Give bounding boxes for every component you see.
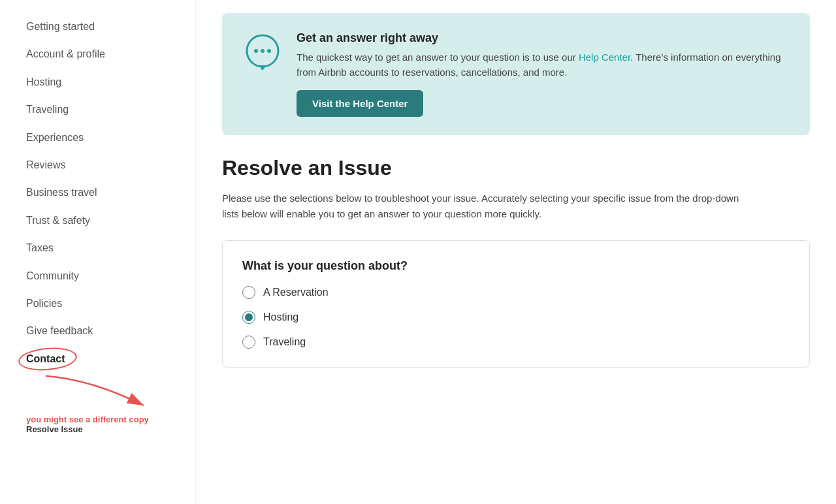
svg-point-3: [261, 49, 265, 53]
svg-point-4: [267, 49, 271, 53]
page-description: Please use the selections below to troub…: [222, 191, 758, 222]
radio-item-reservation[interactable]: A Reservation: [242, 286, 790, 299]
annotation-container: [20, 373, 195, 412]
sidebar-item-trust-safety[interactable]: Trust & safety: [26, 207, 195, 234]
banner-content: Get an answer right away The quickest wa…: [297, 31, 790, 117]
sidebar-item-taxes[interactable]: Taxes: [26, 234, 195, 262]
sidebar-item-contact[interactable]: Contact: [26, 345, 195, 373]
sidebar-item-community[interactable]: Community: [26, 262, 195, 290]
banner-body-before: The quickest way to get an answer to you…: [297, 52, 579, 63]
annotation-text: you might see a different copy: [26, 415, 195, 424]
chat-icon-wrap: [242, 31, 283, 73]
sidebar-item-give-feedback[interactable]: Give feedback: [26, 317, 195, 345]
annotation-sub: Resolve Issue: [26, 424, 195, 434]
radio-label-traveling: Traveling: [263, 336, 306, 348]
radio-input-traveling[interactable]: [242, 336, 255, 349]
sidebar-item-traveling[interactable]: Traveling: [26, 96, 195, 123]
main-content: Get an answer right away The quickest wa…: [196, 0, 836, 504]
sidebar-item-hosting[interactable]: Hosting: [26, 69, 195, 96]
sidebar-item-experiences[interactable]: Experiences: [26, 124, 195, 151]
page-title: Resolve an Issue: [222, 156, 810, 180]
chat-bubble-icon: [242, 31, 283, 73]
svg-point-2: [254, 49, 258, 53]
radio-input-reservation[interactable]: [242, 286, 255, 299]
sidebar-item-getting-started[interactable]: Getting started: [26, 13, 195, 40]
question-heading: What is your question about?: [242, 259, 790, 273]
radio-item-traveling[interactable]: Traveling: [242, 336, 790, 349]
sidebar-item-account-profile[interactable]: Account & profile: [26, 40, 195, 68]
sidebar-item-reviews[interactable]: Reviews: [26, 151, 195, 179]
question-card: What is your question about? A Reservati…: [222, 240, 810, 368]
radio-input-hosting[interactable]: [242, 311, 255, 324]
radio-label-hosting: Hosting: [263, 311, 298, 323]
banner-body: The quickest way to get an answer to you…: [297, 50, 790, 80]
info-banner: Get an answer right away The quickest wa…: [222, 13, 810, 135]
sidebar-item-business-travel[interactable]: Business travel: [26, 179, 195, 206]
help-center-link[interactable]: Help Center: [579, 52, 630, 63]
sidebar-item-policies[interactable]: Policies: [26, 290, 195, 317]
radio-item-hosting[interactable]: Hosting: [242, 311, 790, 324]
annotation-arrow: [39, 373, 170, 412]
radio-label-reservation: A Reservation: [263, 287, 329, 298]
visit-help-center-button[interactable]: Visit the Help Center: [297, 90, 423, 117]
radio-group: A ReservationHostingTraveling: [242, 286, 790, 349]
sidebar-nav: Getting startedAccount & profileHostingT…: [26, 13, 195, 373]
banner-title: Get an answer right away: [297, 31, 790, 45]
sidebar: Getting startedAccount & profileHostingT…: [0, 0, 196, 504]
